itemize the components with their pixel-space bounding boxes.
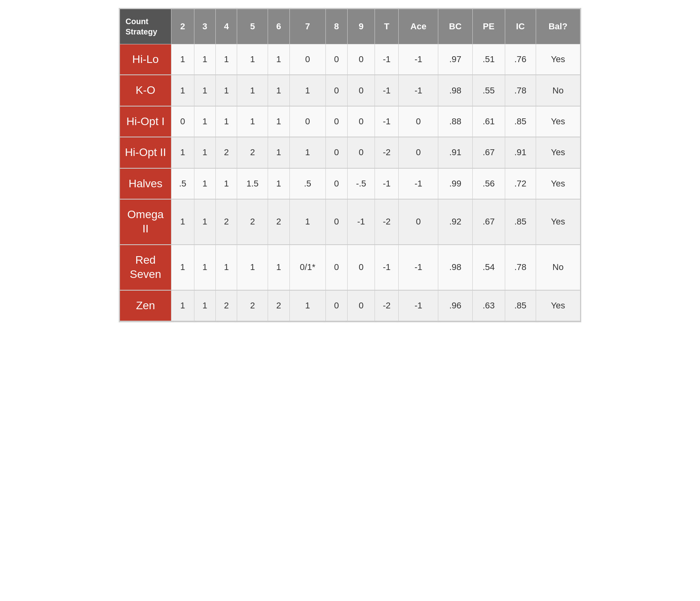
data-cell-r6-c13: No xyxy=(536,245,580,290)
data-cell-r5-c11: .67 xyxy=(472,199,505,245)
data-cell-r2-c2: 1 xyxy=(216,106,237,137)
data-cell-r5-c6: 0 xyxy=(326,199,347,245)
strategy-cell-5: Omega II xyxy=(120,199,171,245)
header-col-6: 6 xyxy=(268,9,289,44)
data-cell-r4-c11: .56 xyxy=(472,168,505,199)
data-cell-r1-c1: 1 xyxy=(194,75,215,106)
strategy-cell-1: K-O xyxy=(120,75,171,106)
data-cell-r0-c9: -1 xyxy=(399,44,438,75)
data-cell-r2-c6: 0 xyxy=(326,106,347,137)
data-cell-r3-c11: .67 xyxy=(472,137,505,168)
data-cell-r6-c1: 1 xyxy=(194,245,215,290)
data-cell-r6-c2: 1 xyxy=(216,245,237,290)
data-cell-r3-c9: 0 xyxy=(399,137,438,168)
data-cell-r3-c13: Yes xyxy=(536,137,580,168)
data-cell-r2-c4: 1 xyxy=(268,106,289,137)
data-cell-r0-c2: 1 xyxy=(216,44,237,75)
table-row: Omega II1122210-1-20.92.67.85Yes xyxy=(120,199,580,245)
header-col-2: 2 xyxy=(171,9,194,44)
data-cell-r3-c1: 1 xyxy=(194,137,215,168)
header-col-T: T xyxy=(375,9,399,44)
data-cell-r4-c12: .72 xyxy=(505,168,536,199)
header-col-7: 7 xyxy=(289,9,326,44)
data-cell-r6-c3: 1 xyxy=(237,245,268,290)
data-cell-r2-c12: .85 xyxy=(505,106,536,137)
data-cell-r0-c7: 0 xyxy=(347,44,375,75)
main-table: Count Strategy 2 3 4 5 6 7 8 9 T Ace BC … xyxy=(119,8,581,322)
data-cell-r2-c3: 1 xyxy=(237,106,268,137)
data-cell-r6-c10: .98 xyxy=(438,245,472,290)
data-cell-r5-c4: 2 xyxy=(268,199,289,245)
data-cell-r0-c13: Yes xyxy=(536,44,580,75)
data-cell-r4-c3: 1.5 xyxy=(237,168,268,199)
header-col-5: 5 xyxy=(237,9,268,44)
data-cell-r3-c4: 1 xyxy=(268,137,289,168)
data-cell-r1-c12: .78 xyxy=(505,75,536,106)
data-cell-r4-c1: 1 xyxy=(194,168,215,199)
data-cell-r1-c4: 1 xyxy=(268,75,289,106)
data-cell-r5-c9: 0 xyxy=(399,199,438,245)
data-cell-r2-c0: 0 xyxy=(171,106,194,137)
data-cell-r4-c10: .99 xyxy=(438,168,472,199)
data-cell-r2-c7: 0 xyxy=(347,106,375,137)
data-cell-r5-c7: -1 xyxy=(347,199,375,245)
data-cell-r0-c3: 1 xyxy=(237,44,268,75)
data-cell-r3-c12: .91 xyxy=(505,137,536,168)
data-cell-r1-c8: -1 xyxy=(375,75,399,106)
strategy-cell-4: Halves xyxy=(120,168,171,199)
data-cell-r0-c5: 0 xyxy=(289,44,326,75)
data-cell-r2-c9: 0 xyxy=(399,106,438,137)
header-col-BC: BC xyxy=(438,9,472,44)
data-cell-r4-c4: 1 xyxy=(268,168,289,199)
data-cell-r1-c13: No xyxy=(536,75,580,106)
data-cell-r6-c6: 0 xyxy=(326,245,347,290)
table-row: K-O11111100-1-1.98.55.78No xyxy=(120,75,580,106)
data-cell-r0-c8: -1 xyxy=(375,44,399,75)
data-cell-r6-c0: 1 xyxy=(171,245,194,290)
header-col-Bal: Bal? xyxy=(536,9,580,44)
data-cell-r3-c7: 0 xyxy=(347,137,375,168)
data-cell-r5-c8: -2 xyxy=(375,199,399,245)
data-cell-r2-c1: 1 xyxy=(194,106,215,137)
data-cell-r0-c1: 1 xyxy=(194,44,215,75)
data-cell-r7-c1: 1 xyxy=(194,290,215,321)
data-cell-r7-c6: 0 xyxy=(326,290,347,321)
data-cell-r0-c4: 1 xyxy=(268,44,289,75)
data-cell-r4-c7: -.5 xyxy=(347,168,375,199)
data-cell-r1-c3: 1 xyxy=(237,75,268,106)
data-cell-r4-c6: 0 xyxy=(326,168,347,199)
data-cell-r2-c13: Yes xyxy=(536,106,580,137)
data-cell-r3-c3: 2 xyxy=(237,137,268,168)
data-cell-r7-c13: Yes xyxy=(536,290,580,321)
data-cell-r3-c0: 1 xyxy=(171,137,194,168)
data-cell-r1-c7: 0 xyxy=(347,75,375,106)
data-cell-r7-c7: 0 xyxy=(347,290,375,321)
data-cell-r6-c7: 0 xyxy=(347,245,375,290)
data-cell-r3-c10: .91 xyxy=(438,137,472,168)
strategy-cell-3: Hi-Opt II xyxy=(120,137,171,168)
data-cell-r1-c2: 1 xyxy=(216,75,237,106)
data-cell-r0-c12: .76 xyxy=(505,44,536,75)
data-cell-r3-c6: 0 xyxy=(326,137,347,168)
data-cell-r0-c0: 1 xyxy=(171,44,194,75)
data-cell-r4-c8: -1 xyxy=(375,168,399,199)
data-cell-r0-c11: .51 xyxy=(472,44,505,75)
data-cell-r5-c5: 1 xyxy=(289,199,326,245)
data-cell-r7-c2: 2 xyxy=(216,290,237,321)
header-strategy: Count Strategy xyxy=(120,9,171,44)
data-cell-r4-c9: -1 xyxy=(399,168,438,199)
data-cell-r7-c0: 1 xyxy=(171,290,194,321)
data-cell-r7-c3: 2 xyxy=(237,290,268,321)
data-cell-r3-c5: 1 xyxy=(289,137,326,168)
data-cell-r0-c10: .97 xyxy=(438,44,472,75)
data-cell-r7-c9: -1 xyxy=(399,290,438,321)
data-cell-r5-c10: .92 xyxy=(438,199,472,245)
header-col-8: 8 xyxy=(326,9,347,44)
data-cell-r4-c2: 1 xyxy=(216,168,237,199)
header-col-Ace: Ace xyxy=(399,9,438,44)
data-cell-r1-c0: 1 xyxy=(171,75,194,106)
data-cell-r6-c4: 1 xyxy=(268,245,289,290)
data-cell-r7-c11: .63 xyxy=(472,290,505,321)
data-cell-r6-c11: .54 xyxy=(472,245,505,290)
data-cell-r5-c13: Yes xyxy=(536,199,580,245)
